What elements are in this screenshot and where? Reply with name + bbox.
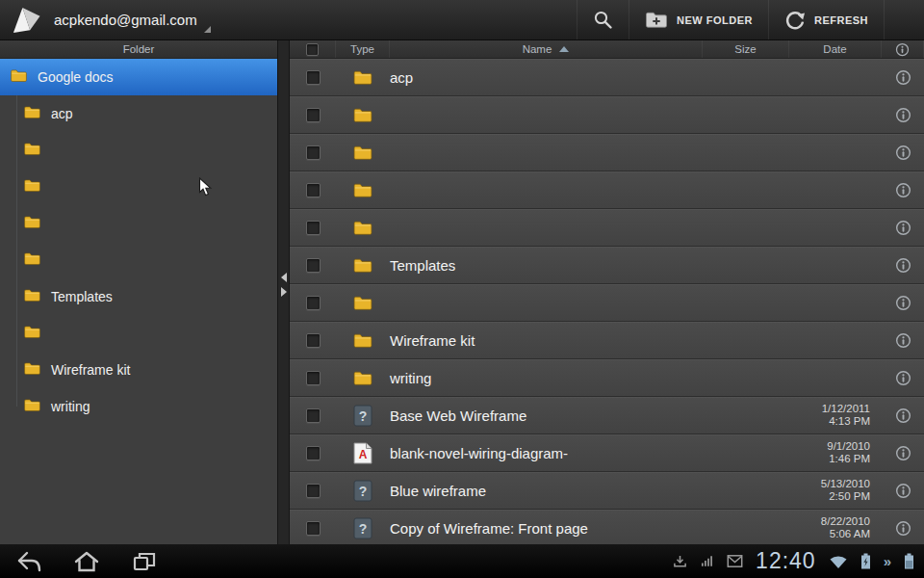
file-row[interactable] (290, 134, 924, 171)
select-all-checkbox[interactable] (306, 43, 319, 56)
file-date: 8/22/2010 5:06 AM (789, 515, 882, 540)
folder-icon (352, 107, 373, 123)
recent-apps-button[interactable] (127, 547, 162, 576)
folder-icon (23, 325, 41, 343)
info-icon[interactable] (895, 445, 911, 461)
battery-charging-icon (860, 553, 871, 569)
file-row[interactable] (290, 209, 924, 247)
info-icon[interactable] (895, 144, 911, 161)
info-icon (895, 42, 910, 57)
file-row[interactable]: ? Blue wireframe 5/13/2010 2:50 PM (290, 472, 924, 510)
spinner-caret-icon (204, 26, 211, 33)
file-row[interactable]: ? Base Web Wireframe 1/12/2011 4:13 PM (290, 397, 924, 434)
folder-icon (352, 295, 373, 311)
row-checkbox[interactable] (306, 145, 321, 160)
info-icon[interactable] (895, 520, 911, 537)
file-row[interactable] (290, 171, 924, 209)
folder-label: acp (51, 106, 73, 121)
file-date-value: 1/12/2011 (822, 403, 870, 415)
svg-text:A: A (359, 448, 368, 461)
info-icon[interactable] (895, 257, 911, 274)
file-row[interactable]: ? Copy of Wireframe: Front page 8/22/201… (290, 510, 924, 544)
back-button[interactable] (12, 547, 46, 576)
svg-text:?: ? (359, 408, 368, 424)
folder-tree-item[interactable]: Google docs (0, 59, 277, 95)
info-icon[interactable] (895, 370, 911, 386)
sort-ascending-icon (559, 46, 569, 52)
info-icon[interactable] (895, 182, 911, 198)
home-button[interactable] (69, 547, 104, 576)
folder-label: Wireframe kit (51, 362, 130, 378)
column-header-date[interactable]: Date (789, 40, 882, 58)
wifi-icon (829, 554, 848, 569)
info-icon[interactable] (895, 407, 911, 424)
row-checkbox[interactable] (306, 258, 321, 273)
folder-label: Google docs (38, 69, 114, 85)
row-checkbox[interactable] (306, 521, 321, 536)
file-name: Wireframe kit (390, 332, 475, 349)
file-row[interactable] (290, 284, 924, 322)
file-name: Blue wireframe (390, 483, 486, 499)
search-button[interactable] (577, 0, 629, 39)
account-email: acpkendo@gmail.com (54, 12, 197, 28)
system-bar: 12:40 » (0, 544, 924, 578)
info-icon[interactable] (895, 69, 911, 86)
file-name: acp (390, 69, 413, 86)
info-icon[interactable] (895, 483, 911, 499)
table-header: Type Name Size Date (290, 40, 924, 59)
file-row[interactable]: acp (290, 59, 924, 96)
folder-tree-item[interactable] (0, 169, 277, 205)
app-icon[interactable] (0, 0, 50, 40)
folder-tree-item[interactable]: Wireframe kit (0, 352, 277, 388)
folder-icon (23, 251, 41, 270)
info-icon[interactable] (895, 107, 911, 123)
folder-icon (23, 142, 41, 160)
file-row[interactable] (290, 96, 924, 134)
folder-tree-item[interactable] (0, 205, 277, 242)
file-row[interactable]: Wireframe kit (290, 322, 924, 359)
clock: 12:40 (756, 548, 816, 574)
row-checkbox[interactable] (306, 296, 321, 310)
info-icon[interactable] (895, 295, 911, 311)
action-buttons: NEW FOLDER REFRESH (577, 0, 924, 39)
app-logo-icon (7, 4, 43, 37)
panel-splitter[interactable] (277, 40, 290, 544)
info-icon[interactable] (895, 220, 911, 236)
expand-right-icon (281, 287, 287, 297)
folder-tree-item[interactable] (0, 132, 277, 169)
column-header-type[interactable]: Type (336, 40, 390, 58)
column-header-name[interactable]: Name (390, 40, 703, 58)
folder-tree-item[interactable]: writing (0, 388, 277, 425)
row-checkbox[interactable] (306, 70, 321, 85)
refresh-button[interactable]: REFRESH (768, 0, 884, 39)
folder-tree-item[interactable] (0, 315, 277, 352)
row-checkbox[interactable] (306, 408, 321, 423)
folder-tree-item[interactable]: Templates (0, 278, 277, 315)
overflow-area (884, 0, 924, 39)
file-time-value: 1:46 PM (829, 453, 870, 465)
row-checkbox[interactable] (306, 183, 321, 197)
row-checkbox[interactable] (306, 108, 321, 122)
row-checkbox[interactable] (306, 446, 321, 460)
folder-tree-item[interactable]: acp (0, 95, 277, 132)
splitter-handle-icon[interactable] (278, 273, 289, 297)
row-checkbox[interactable] (306, 484, 321, 498)
file-date: 1/12/2011 4:13 PM (789, 403, 882, 428)
folder-tree-item[interactable] (0, 242, 277, 278)
row-checkbox[interactable] (306, 371, 321, 385)
status-tray[interactable]: 12:40 » (673, 548, 924, 574)
unknown-icon: ? (353, 405, 372, 427)
info-icon[interactable] (895, 332, 911, 349)
account-spinner[interactable]: acpkendo@gmail.com (50, 4, 213, 37)
file-row[interactable]: writing (290, 359, 924, 397)
file-row[interactable]: Templates (290, 247, 924, 284)
column-header-size[interactable]: Size (703, 40, 789, 58)
folder-icon (352, 182, 373, 198)
row-checkbox[interactable] (306, 333, 321, 348)
new-folder-button[interactable]: NEW FOLDER (629, 0, 768, 39)
column-header-size-label: Size (734, 43, 756, 55)
file-name: blank-novel-wiring-diagram- (390, 445, 568, 461)
row-checkbox[interactable] (306, 221, 321, 235)
file-row[interactable]: A blank-novel-wiring-diagram- 9/1/2010 1… (290, 434, 924, 472)
column-header-select (290, 40, 336, 58)
